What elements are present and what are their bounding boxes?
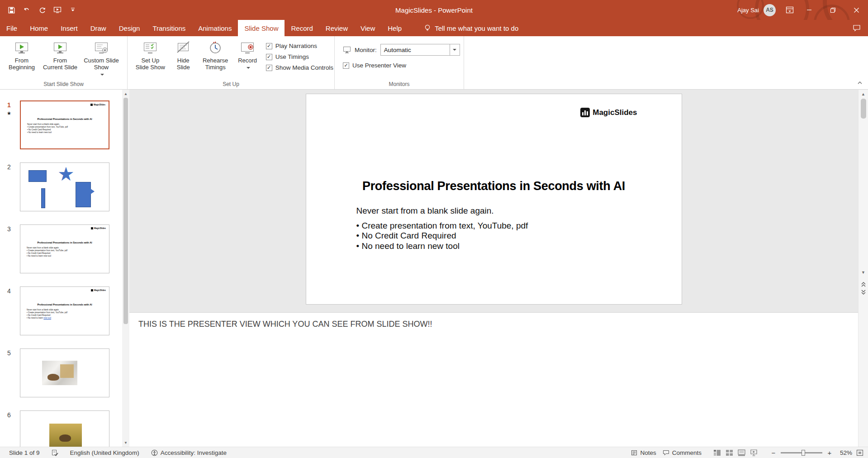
rehearse-timings-button[interactable]: RehearseTimings	[196, 38, 235, 79]
monitor-gear-icon	[94, 40, 109, 56]
slide-image	[42, 361, 77, 385]
use-timings-checkbox[interactable]: ✓ Use Timings	[266, 53, 333, 60]
tab-home[interactable]: Home	[24, 20, 54, 36]
fit-slide-to-window-button[interactable]	[856, 449, 863, 456]
slide-thumbnail-2[interactable]: ★	[20, 162, 109, 211]
tab-transitions[interactable]: Transitions	[146, 20, 192, 36]
tab-insert[interactable]: Insert	[54, 20, 84, 36]
slide-thumbnail-3[interactable]: MagicSlides Professional Presentations i…	[20, 224, 109, 273]
star-shape: ★	[57, 165, 75, 184]
mini-logo: MagicSlides	[90, 104, 105, 106]
record-screen-icon	[240, 40, 255, 56]
language-indicator[interactable]: English (United Kingdom)	[70, 449, 139, 456]
next-slide-button[interactable]	[860, 289, 867, 295]
hide-slide-button[interactable]: HideSlide	[171, 38, 196, 79]
status-bar: Slide 1 of 9 English (United Kingdom) Ac…	[0, 447, 868, 458]
tab-view[interactable]: View	[354, 20, 381, 36]
maximize-button[interactable]	[821, 0, 844, 20]
notes-pane[interactable]: THIS IS THE PRESENTER VIEW WHICH YOU CAN…	[129, 312, 858, 447]
slide-thumbnail-1[interactable]: MagicSlides Professional Presentations i…	[20, 100, 109, 149]
use-presenter-view-checkbox[interactable]: ✓ Use Presenter View	[343, 62, 460, 69]
title-bar: MagicSlides - PowerPoint Ajay Sai AS	[0, 0, 868, 20]
slide-sorter-view-button[interactable]	[726, 449, 733, 456]
user-name[interactable]: Ajay Sai	[737, 7, 759, 14]
tab-review[interactable]: Review	[319, 20, 354, 36]
share-comments-corner[interactable]	[853, 20, 868, 36]
slide-editor[interactable]: MagicSlides Professional Presentations i…	[306, 94, 682, 304]
tab-slide-show[interactable]: Slide Show	[238, 20, 285, 36]
status-bar-right: Notes Comments − + 52%	[631, 449, 863, 457]
slide-thumbnail-4[interactable]: MagicSlides Professional Presentations i…	[20, 286, 109, 335]
save-button[interactable]	[5, 3, 18, 17]
redo-button[interactable]	[35, 3, 49, 17]
monitor-select[interactable]: Automatic	[380, 44, 460, 56]
ribbon-display-options-button[interactable]	[782, 3, 797, 17]
slide-thumbnail-6[interactable]	[20, 410, 109, 447]
slide-counter[interactable]: Slide 1 of 9	[9, 449, 40, 456]
slide-thumbnail-5[interactable]	[20, 348, 109, 397]
customize-qat-button[interactable]	[66, 3, 80, 17]
main-area: 1 ★ MagicSlides Professional Presentatio…	[0, 90, 868, 447]
custom-slide-show-button[interactable]: Custom Slide Show	[80, 38, 123, 79]
slide-thumbnail-list: 1 ★ MagicSlides Professional Presentatio…	[0, 90, 122, 447]
tab-animations[interactable]: Animations	[192, 20, 238, 36]
slide-title[interactable]: Professional Presentations in Seconds wi…	[306, 179, 682, 193]
tab-help[interactable]: Help	[381, 20, 408, 36]
scroll-up-button[interactable]: ▲	[122, 90, 129, 98]
save-icon	[8, 6, 15, 14]
scroll-down-button[interactable]: ▼	[859, 268, 868, 277]
slide-show-view-button[interactable]	[750, 449, 758, 456]
tab-file[interactable]: File	[0, 20, 24, 36]
undo-button[interactable]	[20, 3, 33, 17]
scrollbar-thumb[interactable]	[861, 99, 866, 119]
show-media-controls-checkbox[interactable]: ✓ Show Media Controls	[266, 64, 333, 71]
zoom-slider[interactable]	[781, 452, 822, 453]
thumbnail-scrollbar[interactable]: ▲ ▼	[122, 90, 129, 447]
spell-check-button[interactable]	[52, 449, 58, 456]
set-up-slide-show-button[interactable]: Set UpSlide Show	[130, 38, 171, 79]
scroll-up-button[interactable]: ▲	[859, 90, 868, 99]
mini-logo: MagicSlides	[91, 289, 106, 291]
monitor-label: Monitor:	[355, 47, 377, 53]
tab-record[interactable]: Record	[285, 20, 319, 36]
slide-subtitle[interactable]: Never start from a blank slide again.	[356, 206, 494, 216]
from-current-slide-button[interactable]: FromCurrent Slide	[41, 38, 80, 79]
tab-draw[interactable]: Draw	[84, 20, 113, 36]
start-from-beginning-button[interactable]	[51, 3, 64, 17]
reading-view-button[interactable]	[738, 449, 745, 456]
normal-view-button[interactable]	[713, 449, 721, 456]
zoom-in-button[interactable]: +	[826, 449, 833, 457]
minimize-button[interactable]	[797, 0, 821, 20]
avatar[interactable]: AS	[764, 4, 776, 16]
comments-toggle-button[interactable]: Comments	[663, 449, 702, 456]
zoom-slider-thumb[interactable]	[802, 450, 805, 456]
view-switcher	[713, 449, 758, 456]
record-button[interactable]: Record	[235, 38, 261, 79]
main-scrollbar[interactable]: ▲ ▼	[858, 90, 868, 447]
collapse-ribbon-button[interactable]	[857, 78, 863, 86]
ribbon-display-options-icon	[786, 6, 794, 14]
zoom-level[interactable]: 52%	[837, 449, 852, 456]
hide-slide-icon	[175, 40, 191, 56]
dropdown-arrow-icon	[453, 49, 456, 51]
notes-toggle-button[interactable]: Notes	[631, 449, 656, 456]
tell-me-box[interactable]: Tell me what you want to do	[420, 20, 523, 36]
thumbnail-row-4: 4 MagicSlides Professional Presentations…	[0, 286, 122, 335]
play-narrations-checkbox[interactable]: ✓ Play Narrations	[266, 43, 333, 49]
slide-bullets[interactable]: • Create presentation from text, YouTube…	[356, 221, 528, 251]
scrollbar-thumb[interactable]	[123, 98, 128, 324]
from-beginning-button[interactable]: FromBeginning	[3, 38, 41, 79]
accessibility-checker[interactable]: Accessibility: Investigate	[151, 449, 227, 456]
zoom-out-button[interactable]: −	[770, 449, 777, 457]
scroll-down-button[interactable]: ▼	[122, 439, 129, 447]
monitor-settings-icon	[142, 40, 158, 56]
comments-icon	[663, 450, 669, 456]
tab-design[interactable]: Design	[113, 20, 147, 36]
start-slide-show-group: FromBeginning FromCurrent Slide Custom S…	[0, 36, 128, 89]
redo-icon	[38, 6, 46, 14]
previous-slide-button[interactable]	[860, 281, 867, 287]
dropdown-button[interactable]	[450, 44, 460, 55]
close-button[interactable]	[844, 0, 868, 20]
slideshow-icon	[53, 6, 62, 14]
set-up-checkboxes: ✓ Play Narrations ✓ Use Timings ✓ Show M…	[266, 38, 333, 71]
